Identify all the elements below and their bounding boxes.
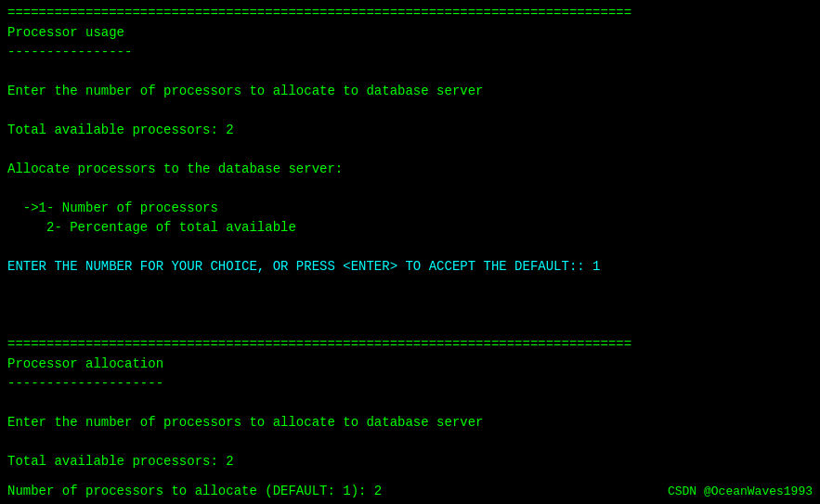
blank7 xyxy=(7,296,813,316)
bottom-bar: Number of processors to allocate (DEFAUL… xyxy=(0,478,820,504)
section1-option2: 2- Percentage of total available xyxy=(7,218,813,238)
section1-allocate: Allocate processors to the database serv… xyxy=(7,160,813,179)
blank6 xyxy=(7,277,813,296)
blank2 xyxy=(7,101,813,121)
section2-title: Processor allocation xyxy=(7,355,813,374)
separator-2: ========================================… xyxy=(7,335,813,355)
section2-total: Total available processors: 2 xyxy=(7,452,813,472)
section1-underline: ---------------- xyxy=(7,43,813,62)
section2-underline: -------------------- xyxy=(7,374,813,394)
blank1 xyxy=(7,62,813,82)
section1-choice: ENTER THE NUMBER FOR YOUR CHOICE, OR PRE… xyxy=(7,257,813,277)
section2-prompt: Enter the number of processors to alloca… xyxy=(7,413,813,433)
separator-1: ========================================… xyxy=(7,4,813,23)
section1-prompt: Enter the number of processors to alloca… xyxy=(7,82,813,101)
section1-option1: ->1- Number of processors xyxy=(7,199,813,218)
blank9 xyxy=(7,394,813,413)
watermark: CSDN @OceanWaves1993 xyxy=(668,485,813,498)
blank8 xyxy=(7,316,813,335)
section1-title: Processor usage xyxy=(7,23,813,43)
blank4 xyxy=(7,179,813,199)
input-line[interactable]: Number of processors to allocate (DEFAUL… xyxy=(7,484,382,498)
terminal: ========================================… xyxy=(0,0,820,504)
blank3 xyxy=(7,140,813,160)
blank10 xyxy=(7,433,813,452)
section1-total: Total available processors: 2 xyxy=(7,121,813,140)
blank5 xyxy=(7,238,813,257)
